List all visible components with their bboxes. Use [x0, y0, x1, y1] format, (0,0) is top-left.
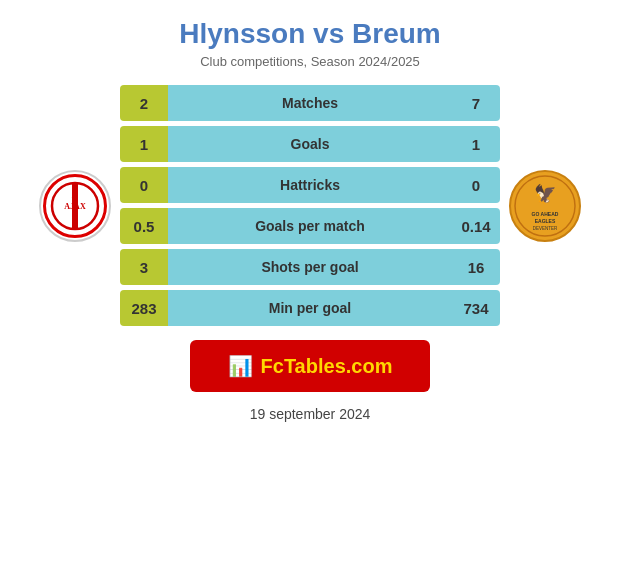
stat-label: Goals per match: [168, 208, 452, 244]
stat-right-value: 7: [452, 85, 500, 121]
stat-right-value: 0.14: [452, 208, 500, 244]
stat-left-value: 0.5: [120, 208, 168, 244]
stat-left-value: 3: [120, 249, 168, 285]
ajax-logo: AJAX ✦: [39, 170, 111, 242]
gae-svg: 🦅 GO AHEAD EAGLES DEVENTER: [511, 172, 579, 240]
stat-right-value: 734: [452, 290, 500, 326]
ajax-inner: AJAX ✦: [43, 174, 107, 238]
page-title: Hlynsson vs Breum: [179, 18, 440, 50]
stat-row: 0.5Goals per match0.14: [120, 208, 500, 244]
gae-logo: 🦅 GO AHEAD EAGLES DEVENTER: [509, 170, 581, 242]
svg-text:GO AHEAD: GO AHEAD: [532, 211, 559, 217]
stat-left-value: 283: [120, 290, 168, 326]
svg-text:DEVENTER: DEVENTER: [533, 226, 558, 231]
stat-row: 1Goals1: [120, 126, 500, 162]
date-text: 19 september 2024: [250, 406, 371, 422]
svg-text:✦: ✦: [71, 193, 79, 203]
stat-row: 2Matches7: [120, 85, 500, 121]
svg-text:🦅: 🦅: [534, 183, 557, 205]
stat-label: Hattricks: [168, 167, 452, 203]
brand-box: 📊 FcTables.com: [190, 340, 430, 392]
stat-left-value: 1: [120, 126, 168, 162]
stat-left-value: 0: [120, 167, 168, 203]
stat-label: Shots per goal: [168, 249, 452, 285]
stat-label: Min per goal: [168, 290, 452, 326]
svg-text:EAGLES: EAGLES: [535, 218, 556, 224]
brand-text: FcTables.com: [261, 355, 393, 378]
stat-row: 0Hattricks0: [120, 167, 500, 203]
stat-right-value: 0: [452, 167, 500, 203]
svg-text:AJAX: AJAX: [64, 202, 86, 211]
logo-left: AJAX ✦: [30, 170, 120, 242]
stat-left-value: 2: [120, 85, 168, 121]
stat-right-value: 16: [452, 249, 500, 285]
header: Hlynsson vs Breum Club competitions, Sea…: [159, 0, 460, 75]
stat-label: Goals: [168, 126, 452, 162]
stat-label: Matches: [168, 85, 452, 121]
stats-container: 2Matches71Goals10Hattricks00.5Goals per …: [120, 85, 500, 326]
ajax-svg: AJAX ✦: [50, 181, 100, 231]
stat-right-value: 1: [452, 126, 500, 162]
subtitle: Club competitions, Season 2024/2025: [179, 54, 440, 69]
brand-icon: 📊: [228, 354, 253, 378]
stat-row: 3Shots per goal16: [120, 249, 500, 285]
stat-row: 283Min per goal734: [120, 290, 500, 326]
logo-right: 🦅 GO AHEAD EAGLES DEVENTER: [500, 170, 590, 242]
main-content: AJAX ✦ 2Matches71Goals10Hattricks00.5Goa…: [0, 75, 620, 326]
